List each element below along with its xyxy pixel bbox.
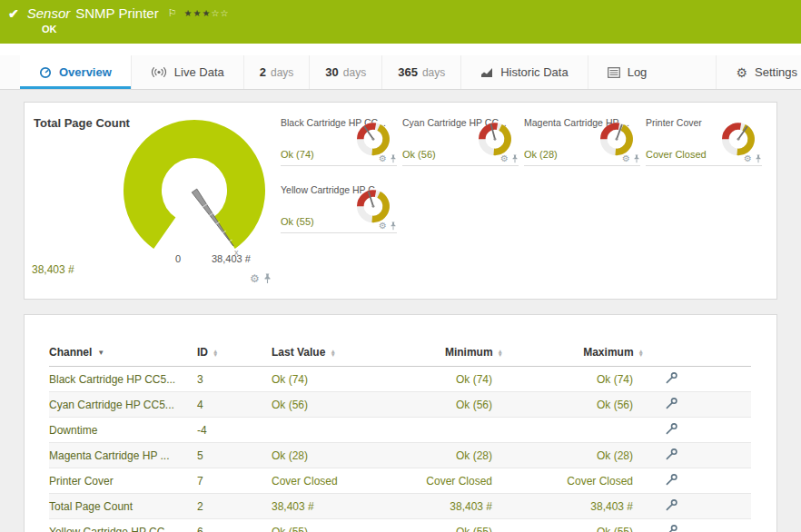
pin-icon[interactable] [263,273,272,284]
gauge-scale-min: 0 [168,253,188,264]
maximum-value: 38,403 # [503,494,644,519]
settings-icon: ⚙ [736,66,747,79]
channel-id: 4 [197,392,272,418]
last-value: Ok (74) [272,367,408,392]
channel-gauges-grid: Black Cartridge HP CC... Ok (74) ⚙ [277,103,776,299]
gear-icon[interactable]: ⚙ [379,222,387,231]
minimum-value: Ok (55) [408,519,503,532]
column-header-id[interactable]: ID▲▼ [197,339,272,367]
priority-stars[interactable]: ★★★☆☆ [184,8,230,18]
table-row: Yellow Cartridge HP CC... 6 Ok (55) Ok (… [49,519,751,532]
tab-label-historic: Historic Data [500,65,568,79]
tab-label-live-data: Live Data [174,65,224,79]
total-page-count-gauge: Total Page Count x 0 38,403 # 38,403 # ⚙ [25,103,277,299]
sort-icon: ▲▼ [638,350,644,357]
channels-table-panel: Channel▼ ID▲▼ Last Value▲▼ Minimum▲▼ Max… [24,314,777,532]
minimum-value: Ok (28) [408,443,503,468]
column-label: Maximum [583,346,633,359]
gauge-value: Ok (55) [281,216,314,227]
tab-2-days[interactable]: 2 days [243,55,310,89]
last-value: Ok (55) [272,519,408,532]
sensor-title: SNMP Printer [75,5,158,21]
minimum-value: 38,403 # [408,494,503,519]
column-header-last-value[interactable]: Last Value▲▼ [272,339,408,367]
column-label: Minimum [445,346,493,359]
tab-365-days[interactable]: 365 days [381,55,460,89]
gauge-value: Cover Closed [646,149,707,160]
channel-id: -4 [197,418,272,443]
column-header-channel[interactable]: Channel▼ [49,339,197,367]
tab-30-days[interactable]: 30 days [309,55,381,89]
log-icon [608,67,620,78]
gear-icon[interactable]: ⚙ [744,154,752,163]
maximum-value: Cover Closed [503,468,644,494]
tab-settings[interactable]: ⚙ Settings [716,55,801,89]
column-label: ID [197,346,208,359]
gauges-panel: Total Page Count x 0 38,403 # 38,403 # ⚙ [24,102,777,300]
priority-flag-icon[interactable]: ⚐ [168,7,177,19]
sort-desc-icon: ▼ [97,349,104,357]
pin-icon[interactable] [390,222,397,231]
maximum-value: Ok (56) [503,392,644,418]
historic-data-icon [480,67,493,78]
sort-icon: ▲▼ [498,350,503,357]
gear-icon[interactable]: ⚙ [622,154,630,163]
pin-icon[interactable] [511,154,519,163]
tab-unit: days [271,66,293,79]
gear-icon[interactable]: ⚙ [250,273,260,284]
main-gauge-value: 38,403 # [32,263,74,276]
gauge-cell-cyan-cartridge: Cyan Cartridge HP CC... Ok (56) ⚙ [402,113,519,166]
pin-icon[interactable] [390,154,397,163]
table-row: Magenta Cartridge HP ... 5 Ok (28) Ok (2… [49,443,751,468]
edit-channel-icon[interactable] [665,473,678,488]
gear-icon[interactable]: ⚙ [379,154,387,163]
edit-channel-icon[interactable] [665,498,678,514]
stars-filled: ★★★ [184,8,212,18]
channel-name[interactable]: Printer Cover [49,468,197,494]
channels-table: Channel▼ ID▲▼ Last Value▲▼ Minimum▲▼ Max… [49,339,751,532]
last-value: Ok (56) [272,392,408,418]
edit-channel-icon[interactable] [665,524,678,532]
channel-name[interactable]: Magenta Cartridge HP ... [49,443,197,468]
channel-name[interactable]: Cyan Cartridge HP CC5... [49,392,197,418]
tab-number: 30 [325,65,338,79]
minimum-value: Ok (56) [408,392,503,418]
channel-name[interactable]: Yellow Cartridge HP CC... [49,519,197,532]
column-header-maximum[interactable]: Maximum▲▼ [503,339,644,367]
table-row: Downtime -4 [49,418,751,443]
edit-channel-icon[interactable] [665,422,678,438]
main-gauge-dial: x [108,113,281,266]
last-value: Cover Closed [272,468,408,494]
channel-name[interactable]: Black Cartridge HP CC5... [49,367,197,392]
pin-icon[interactable] [755,154,762,163]
edit-channel-icon[interactable] [665,371,678,387]
channel-id: 5 [197,443,272,468]
table-row: Printer Cover 7 Cover Closed Cover Close… [49,468,751,494]
last-value [272,418,408,443]
pin-icon[interactable] [633,154,640,163]
live-data-icon [151,66,167,78]
sort-icon: ▲▼ [213,350,218,357]
tab-live-data[interactable]: Live Data [131,55,243,89]
maximum-value: Ok (74) [503,367,644,392]
tab-log[interactable]: Log [588,55,667,89]
minimum-value: Ok (74) [408,367,503,392]
tab-overview[interactable]: Overview [20,55,131,89]
channel-id: 6 [197,519,272,532]
edit-channel-icon[interactable] [665,448,678,463]
column-label: Last Value [272,346,325,359]
tab-historic-data[interactable]: Historic Data [460,55,587,89]
tab-number: 365 [398,65,418,79]
maximum-value: Ok (28) [503,443,644,468]
content-area: Total Page Count x 0 38,403 # 38,403 # ⚙ [0,90,801,532]
minimum-value: Cover Closed [408,468,503,494]
column-header-actions [644,339,751,367]
edit-channel-icon[interactable] [665,397,678,412]
gear-icon[interactable]: ⚙ [500,154,509,163]
gauge-cell-black-cartridge: Black Cartridge HP CC... Ok (74) ⚙ [281,113,397,166]
column-header-minimum[interactable]: Minimum▲▼ [408,339,503,367]
channel-name[interactable]: Downtime [49,418,197,443]
channel-name[interactable]: Total Page Count [49,494,197,519]
gauge-value: Ok (74) [281,149,314,160]
gauge-cell-printer-cover: Printer Cover Cover Closed ⚙ [646,113,762,166]
